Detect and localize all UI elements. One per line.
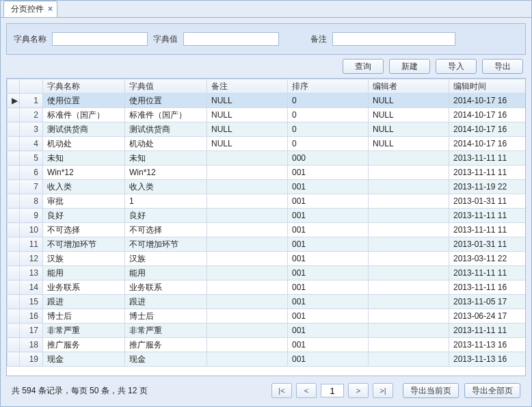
table-row[interactable]: 2标准件（国产）标准件（国产）NULL0NULL2014-10-17 16	[8, 108, 526, 122]
cell-value: 推广服务	[125, 338, 207, 352]
cell-editor	[369, 266, 449, 280]
tab-paging-control[interactable]: 分页控件 ×	[3, 1, 57, 17]
cell-editor	[369, 223, 449, 237]
new-button[interactable]: 新建	[389, 59, 430, 74]
row-marker	[8, 324, 20, 338]
cell-value: Win*12	[125, 166, 207, 180]
cell-name: 机动处	[43, 137, 125, 151]
table-row[interactable]: 18推广服务推广服务0012013-11-13 16	[8, 338, 526, 352]
table-row[interactable]: 14业务联系业务联系0012013-11-11 16	[8, 280, 526, 295]
cell-name: 不可选择	[43, 223, 125, 237]
cell-editor: NULL	[369, 108, 449, 122]
table-row[interactable]: 8审批10012013-01-31 11	[8, 194, 526, 209]
col-header-rownum[interactable]	[20, 79, 43, 94]
table-row[interactable]: 7收入类收入类0012013-11-19 22	[8, 180, 526, 194]
cell-editor	[369, 295, 449, 309]
cell-editor	[369, 194, 449, 209]
row-number: 9	[20, 209, 43, 223]
cell-edittime: 2014-10-17 16	[449, 108, 526, 122]
cell-remark	[207, 223, 288, 237]
page-first-button[interactable]: |<	[271, 383, 292, 398]
col-header-name[interactable]: 字典名称	[43, 79, 125, 94]
cell-remark	[207, 252, 288, 266]
cell-value: 博士后	[125, 309, 207, 324]
row-marker	[8, 295, 20, 309]
filter-value-input[interactable]	[183, 32, 279, 46]
cell-editor	[369, 151, 449, 166]
page-next-button[interactable]: >	[348, 383, 369, 398]
cell-name: 审批	[43, 194, 125, 209]
cell-sort: 001	[288, 352, 369, 367]
row-number: 4	[20, 137, 43, 151]
cell-value: 未知	[125, 151, 207, 166]
row-number: 11	[20, 237, 43, 252]
col-header-marker[interactable]	[8, 79, 20, 94]
table-row[interactable]: 5未知未知0002013-11-11 11	[8, 151, 526, 166]
table-row[interactable]: ▶1使用位置使用位置NULL0NULL2014-10-17 16	[8, 94, 526, 108]
cell-sort: 001	[288, 280, 369, 295]
page-number-input[interactable]	[321, 384, 344, 397]
footer-bar: 共 594 条记录，每页 50 条，共 12 页 |< < > >| 导出当前页…	[6, 380, 526, 401]
cell-name: 跟进	[43, 295, 125, 309]
table-row[interactable]: 16博士后博士后0012013-06-24 17	[8, 309, 526, 324]
cell-sort: 001	[288, 266, 369, 280]
cell-value: 不可选择	[125, 223, 207, 237]
cell-edittime: 2013-11-19 22	[449, 180, 526, 194]
row-number: 18	[20, 338, 43, 352]
cell-value: 现金	[125, 352, 207, 367]
table-row[interactable]: 19现金现金0012013-11-13 16	[8, 352, 526, 367]
cell-edittime: 2013-11-11 11	[449, 166, 526, 180]
col-header-value[interactable]: 字典值	[125, 79, 207, 94]
cell-remark	[207, 180, 288, 194]
grid-scroll[interactable]: 字典名称 字典值 备注 排序 编辑者 编辑时间 ▶1使用位置使用位置NULL0N…	[7, 79, 525, 376]
cell-editor	[369, 237, 449, 252]
row-number: 14	[20, 280, 43, 295]
table-row[interactable]: 17非常严重非常严重0012013-11-11 11	[8, 324, 526, 338]
cell-name: 汉族	[43, 252, 125, 266]
table-row[interactable]: 4机动处机动处NULL0NULL2014-10-17 16	[8, 137, 526, 151]
cell-edittime: 2013-11-13 16	[449, 338, 526, 352]
row-number: 5	[20, 151, 43, 166]
row-marker	[8, 166, 20, 180]
table-row[interactable]: 6Win*12Win*120012013-11-11 11	[8, 166, 526, 180]
table-row[interactable]: 15跟进跟进0012013-11-05 17	[8, 295, 526, 309]
page-last-button[interactable]: >|	[373, 383, 393, 398]
header-row: 字典名称 字典值 备注 排序 编辑者 编辑时间	[8, 79, 526, 94]
table-row[interactable]: 13能用能用0012013-11-11 11	[8, 266, 526, 280]
row-marker	[8, 180, 20, 194]
query-button[interactable]: 查询	[343, 59, 384, 74]
cell-remark	[207, 324, 288, 338]
export-button[interactable]: 导出	[482, 59, 523, 74]
import-button[interactable]: 导入	[436, 59, 477, 74]
col-header-remark[interactable]: 备注	[207, 79, 288, 94]
export-current-page-button[interactable]: 导出当前页	[403, 383, 459, 398]
cell-remark	[207, 338, 288, 352]
cell-edittime: 2013-11-11 11	[449, 209, 526, 223]
pager: |< < > >|	[271, 383, 393, 398]
table-row[interactable]: 11不可增加环节不可增加环节0012013-01-31 11	[8, 237, 526, 252]
cell-value: 测试供货商	[125, 122, 207, 137]
cell-sort: 001	[288, 237, 369, 252]
col-header-edittime[interactable]: 编辑时间	[449, 79, 526, 94]
col-header-sort[interactable]: 排序	[288, 79, 369, 94]
filter-name-input[interactable]	[52, 32, 148, 46]
cell-edittime: 2014-10-17 16	[449, 94, 526, 108]
app-window: 分页控件 × 字典名称 字典值 备注 查询 新建 导入 导出	[0, 0, 532, 407]
tab-close-icon[interactable]: ×	[48, 1, 53, 17]
cell-editor	[369, 166, 449, 180]
table-row[interactable]: 3测试供货商测试供货商NULL0NULL2014-10-17 16	[8, 122, 526, 137]
cell-remark	[207, 280, 288, 295]
cell-edittime: 2013-01-31 11	[449, 237, 526, 252]
export-all-pages-button[interactable]: 导出全部页	[464, 383, 520, 398]
cell-remark	[207, 194, 288, 209]
table-row[interactable]: 12汉族汉族0012013-03-11 22	[8, 252, 526, 266]
filter-remark-input[interactable]	[332, 32, 455, 46]
record-summary: 共 594 条记录，每页 50 条，共 12 页	[12, 385, 148, 397]
cell-edittime: 2013-03-11 22	[449, 252, 526, 266]
table-row[interactable]: 10不可选择不可选择0012013-11-11 11	[8, 223, 526, 237]
table-row[interactable]: 9良好良好0012013-11-11 11	[8, 209, 526, 223]
cell-name: 测试供货商	[43, 122, 125, 137]
col-header-editor[interactable]: 编辑者	[369, 79, 449, 94]
page-prev-button[interactable]: <	[296, 383, 317, 398]
toolbar: 查询 新建 导入 导出	[6, 59, 526, 74]
